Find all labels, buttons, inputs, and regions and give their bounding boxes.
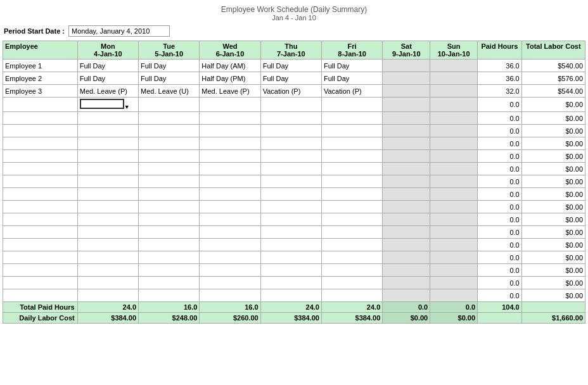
employee-name-18 [3, 277, 78, 289]
emp17-tue [139, 264, 200, 277]
footer-fri-cost: $384.00 [321, 313, 382, 324]
emp5-paid-hours: 0.0 [478, 112, 522, 125]
emp15-sun [430, 239, 478, 251]
emp2-sat [383, 72, 430, 85]
emp19-paid-hours: 0.0 [478, 289, 522, 302]
employee-row-12: 0.0 $0.00 [3, 201, 585, 213]
emp19-sun [430, 289, 478, 302]
emp8-tue [139, 150, 200, 163]
emp2-paid-hours: 36.0 [478, 72, 522, 85]
emp8-mon [77, 150, 138, 163]
emp15-paid-hours: 0.0 [478, 239, 522, 251]
emp3-sun [430, 85, 478, 98]
employee-row-18: 0.0 $0.00 [3, 277, 585, 289]
emp1-thu: Full Day [260, 60, 321, 72]
emp3-fri: Vacation (P) [321, 85, 382, 98]
employee-row-8: 0.0 $0.00 [3, 150, 585, 163]
emp13-wed [200, 213, 260, 226]
emp2-thu: Full Day [260, 72, 321, 85]
emp14-sun [430, 226, 478, 239]
emp4-mon[interactable]: ▼ [77, 98, 138, 112]
employee-name-13 [3, 213, 78, 226]
emp4-mon-input[interactable] [80, 99, 124, 109]
emp18-tue [139, 277, 200, 289]
emp12-fri [321, 201, 382, 213]
emp17-labor-cost: $0.00 [521, 264, 585, 277]
emp7-paid-hours: 0.0 [478, 137, 522, 150]
daily-labor-cost-label: Daily Labor Cost [3, 313, 78, 324]
emp15-thu [260, 239, 321, 251]
emp12-paid-hours: 0.0 [478, 201, 522, 213]
emp10-mon [77, 175, 138, 188]
footer-daily-labor-cost-row: Daily Labor Cost $384.00 $248.00 $260.00… [3, 313, 585, 324]
emp17-sat [383, 264, 430, 277]
footer-total-labor-cost-1 [521, 302, 585, 313]
footer-sat-hours: 0.0 [383, 302, 430, 313]
period-row: Period Start Date : [3, 25, 585, 37]
emp1-fri: Full Day [321, 60, 382, 72]
header-fri: Fri 8-Jan-10 [321, 41, 382, 60]
emp16-thu [260, 251, 321, 264]
footer-tue-hours: 16.0 [139, 302, 200, 313]
emp18-sun [430, 277, 478, 289]
emp6-sat [383, 125, 430, 137]
period-start-date-input[interactable] [68, 25, 170, 37]
emp8-paid-hours: 0.0 [478, 150, 522, 163]
emp14-wed [200, 226, 260, 239]
emp7-thu [260, 137, 321, 150]
emp7-sat [383, 137, 430, 150]
emp2-mon: Full Day [77, 72, 138, 85]
header-sun: Sun 10-Jan-10 [430, 41, 478, 60]
emp15-fri [321, 239, 382, 251]
emp11-sun [430, 188, 478, 201]
employee-name-4 [3, 98, 78, 112]
emp1-sat [383, 60, 430, 72]
emp18-mon [77, 277, 138, 289]
emp3-paid-hours: 32.0 [478, 85, 522, 98]
employee-row-11: 0.0 $0.00 [3, 188, 585, 201]
employee-name-7 [3, 137, 78, 150]
employee-name-5 [3, 112, 78, 125]
emp3-sat [383, 85, 430, 98]
emp13-sat [383, 213, 430, 226]
emp12-thu [260, 201, 321, 213]
dropdown-arrow-icon: ▼ [124, 104, 130, 110]
emp17-wed [200, 264, 260, 277]
emp7-sun [430, 137, 478, 150]
emp2-fri: Full Day [321, 72, 382, 85]
employee-name-1: Employee 1 [3, 60, 78, 72]
employee-row-9: 0.0 $0.00 [3, 163, 585, 175]
emp14-thu [260, 226, 321, 239]
emp8-thu [260, 150, 321, 163]
emp10-sun [430, 175, 478, 188]
employee-name-8 [3, 150, 78, 163]
employee-row-16: 0.0 $0.00 [3, 251, 585, 264]
emp4-paid-hours: 0.0 [478, 98, 522, 112]
emp9-wed [200, 163, 260, 175]
title-area: Employee Work Schedule (Daily Summary) J… [3, 5, 585, 22]
employee-name-17 [3, 264, 78, 277]
employee-name-10 [3, 175, 78, 188]
emp4-tue [139, 98, 200, 112]
emp12-sun [430, 201, 478, 213]
emp19-labor-cost: $0.00 [521, 289, 585, 302]
footer-sun-hours: 0.0 [430, 302, 478, 313]
total-paid-hours-label: Total Paid Hours [3, 302, 78, 313]
emp5-tue [139, 112, 200, 125]
title-line1: Employee Work Schedule (Daily Summary) [3, 5, 585, 14]
employee-row-4: ▼ 0.0 $0.00 [3, 98, 585, 112]
emp10-paid-hours: 0.0 [478, 175, 522, 188]
emp13-tue [139, 213, 200, 226]
header-paid-hours: Paid Hours [478, 41, 522, 60]
emp19-tue [139, 289, 200, 302]
emp7-labor-cost: $0.00 [521, 137, 585, 150]
employee-name-6 [3, 125, 78, 137]
title-line2: Jan 4 - Jan 10 [3, 14, 585, 22]
footer-sat-cost: $0.00 [383, 313, 430, 324]
emp12-labor-cost: $0.00 [521, 201, 585, 213]
header-mon: Mon 4-Jan-10 [77, 41, 138, 60]
footer-total-labor-cost-2: $1,660.00 [521, 313, 585, 324]
header-tue: Tue 5-Jan-10 [139, 41, 200, 60]
emp7-tue [139, 137, 200, 150]
emp14-fri [321, 226, 382, 239]
